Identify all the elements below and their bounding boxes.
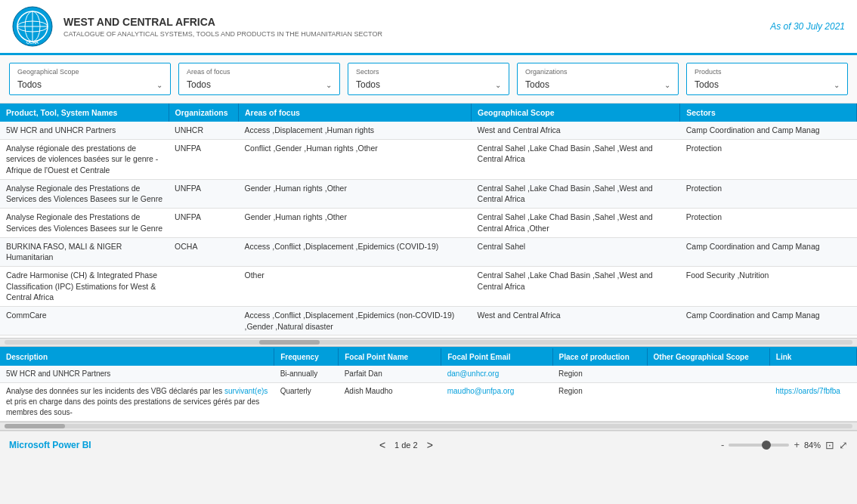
- table-cell: Parfait Dan: [339, 366, 441, 383]
- lower-col-header-other: Other Geographical Scope: [647, 348, 769, 366]
- table-cell: Camp Coordination and Camp Manag: [680, 122, 857, 139]
- filter-geo[interactable]: Geographical Scope Todos ⌄: [9, 63, 171, 95]
- filter-orgs[interactable]: Organizations Todos ⌄: [517, 63, 679, 95]
- lower-col-header-link: Link: [769, 348, 856, 366]
- table-row: 5W HCR and UNHCR PartnersUNHCRAccess ,Di…: [0, 122, 857, 139]
- table-cell: Region: [552, 366, 647, 383]
- zoom-percent: 84%: [804, 441, 821, 450]
- filter-sectors-label: Sectors: [356, 68, 501, 76]
- prev-page-button[interactable]: <: [376, 438, 388, 453]
- filter-focus-value: Todos: [187, 79, 211, 90]
- filter-geo-label: Geographical Scope: [17, 68, 162, 76]
- table-row: Analyse des données sur les incidents de…: [0, 383, 857, 422]
- filter-sectors[interactable]: Sectors Todos ⌄: [348, 63, 509, 95]
- header: OCHA WEST AND CENTRAL AFRICA CATALOGUE O…: [0, 0, 857, 55]
- filter-orgs-value: Todos: [525, 79, 549, 90]
- table-cell: UNHCR: [169, 122, 238, 139]
- lower-col-header-email: Focal Point Email: [441, 348, 552, 366]
- lower-table-container: Description Frequency Focal Point Name F…: [0, 347, 857, 422]
- chevron-down-icon: ⌄: [664, 81, 670, 89]
- table-cell: [647, 366, 769, 383]
- table-cell: UNFPA: [169, 139, 238, 179]
- table-cell: Analyse Regionale des Prestations de Ser…: [0, 179, 169, 208]
- col-header-geo: Geographical Scope: [472, 104, 680, 122]
- chevron-down-icon: ⌄: [834, 81, 840, 89]
- upper-table-container: Product, Tool, System Names Organization…: [0, 104, 857, 338]
- table-cell: Central Sahel ,Lake Chad Basin ,Sahel ,W…: [472, 179, 680, 208]
- lower-col-header-focal: Focal Point Name: [339, 348, 441, 366]
- lower-col-header-place: Place of production: [552, 348, 647, 366]
- col-header-product: Product, Tool, System Names: [0, 104, 169, 122]
- table-cell: [169, 266, 238, 306]
- table-cell: Camp Coordination and Camp Manag: [680, 237, 857, 266]
- table-cell: Access ,Conflict ,Displacement ,Epidemic…: [239, 237, 472, 266]
- chevron-down-icon: ⌄: [156, 81, 162, 89]
- table-row: BURKINA FASO, MALI & NIGER HumanitarianO…: [0, 237, 857, 266]
- zoom-out-button[interactable]: -: [721, 439, 724, 450]
- filter-geo-value: Todos: [17, 79, 42, 90]
- col-header-sectors: Sectors: [680, 104, 857, 122]
- table-row: Analyse Regionale des Prestations de Ser…: [0, 179, 857, 208]
- powerbi-link[interactable]: Microsoft Power BI: [9, 440, 91, 450]
- table-cell: maudho@unfpa.org: [441, 383, 552, 422]
- table-cell: Gender ,Human rights ,Other: [239, 209, 472, 237]
- table-cell: Analyse régionale des prestations de ser…: [0, 139, 169, 179]
- table-cell: 5W HCR and UNHCR Partners: [0, 122, 169, 139]
- table-cell: [769, 366, 856, 383]
- table-cell: Conflict ,Gender ,Human rights ,Other: [239, 139, 472, 179]
- filter-products-label: Products: [695, 68, 840, 76]
- table-cell: BURKINA FASO, MALI & NIGER Humanitarian: [0, 237, 169, 266]
- table-cell: West and Central Africa: [472, 122, 680, 139]
- next-page-button[interactable]: >: [424, 438, 436, 453]
- table-row: 5W HCR and UNHCR PartnersBi-annuallyParf…: [0, 366, 857, 383]
- zoom-in-button[interactable]: +: [794, 439, 800, 450]
- zoom-controls: - + 84% ⊡ ⤢: [721, 439, 848, 451]
- table-cell: Camp Coordination and Camp Manag: [680, 306, 857, 335]
- h-scroll-thumb[interactable]: [259, 340, 320, 345]
- upper-table-body: 5W HCR and UNHCR PartnersUNHCRAccess ,Di…: [0, 122, 857, 338]
- table-cell: Adish Maudho: [339, 383, 441, 422]
- pagination-label: 1 de 2: [394, 441, 418, 450]
- upper-table-header: Product, Tool, System Names Organization…: [0, 104, 857, 122]
- lower-col-header-freq: Frequency: [274, 348, 339, 366]
- lower-table: Description Frequency Focal Point Name F…: [0, 348, 857, 422]
- table-cell: Analyse des données sur les incidents de…: [0, 383, 274, 422]
- header-text-block: WEST AND CENTRAL AFRICA CATALOGUE OF ANA…: [63, 16, 770, 38]
- pagination-controls: < 1 de 2 >: [376, 438, 436, 453]
- lower-table-body: 5W HCR and UNHCR PartnersBi-annuallyParf…: [0, 366, 857, 422]
- chevron-down-icon: ⌄: [326, 81, 332, 89]
- table-cell: CommCare: [0, 306, 169, 335]
- zoom-thumb[interactable]: [762, 441, 771, 450]
- lower-table-header: Description Frequency Focal Point Name F…: [0, 348, 857, 366]
- table-cell: https://oards/7fbfba: [769, 383, 856, 422]
- table-cell: Bi-annually: [274, 366, 339, 383]
- svg-text:OCHA: OCHA: [26, 40, 39, 45]
- table-cell: Central Sahel ,Lake Chad Basin ,Sahel ,W…: [472, 209, 680, 237]
- filter-sectors-value: Todos: [356, 79, 380, 90]
- h-scroll-track: [5, 340, 852, 345]
- header-subtitle: CATALOGUE OF ANALYTICAL SYSTEMS, TOOLS A…: [63, 30, 770, 38]
- header-date: As of 30 July 2021: [770, 21, 845, 32]
- table-cell: Other: [239, 266, 472, 306]
- filters-bar: Geographical Scope Todos ⌄ Areas of focu…: [0, 55, 857, 104]
- lower-h-scroll-thumb[interactable]: [5, 424, 65, 428]
- table-cell: 5W HCR and UNHCR Partners: [0, 366, 274, 383]
- table-cell: OCHA: [169, 237, 238, 266]
- header-title: WEST AND CENTRAL AFRICA: [63, 16, 770, 28]
- table-cell: Analyse Regionale des Prestations de Ser…: [0, 209, 169, 237]
- upper-table: Product, Tool, System Names Organization…: [0, 104, 857, 338]
- filter-products[interactable]: Products Todos ⌄: [686, 63, 848, 95]
- fullscreen-button[interactable]: ⤢: [839, 439, 848, 451]
- table-cell: Quarterly: [274, 383, 339, 422]
- table-row: Analyse régionale des prestations de ser…: [0, 139, 857, 179]
- filter-products-value: Todos: [695, 79, 719, 90]
- table-cell: Access ,Conflict ,Displacement ,Epidemic…: [239, 306, 472, 335]
- col-header-focus: Areas of focus: [239, 104, 472, 122]
- fit-screen-button[interactable]: ⊡: [825, 439, 834, 451]
- bottom-bar: Microsoft Power BI < 1 de 2 > - + 84% ⊡ …: [0, 431, 857, 458]
- table-row: Analyse Regionale des Prestations de Ser…: [0, 209, 857, 237]
- filter-focus-label: Areas of focus: [187, 68, 332, 76]
- filter-focus[interactable]: Areas of focus Todos ⌄: [178, 63, 340, 95]
- h-scroll-divider[interactable]: [0, 338, 857, 347]
- lower-h-scroll[interactable]: [0, 422, 857, 431]
